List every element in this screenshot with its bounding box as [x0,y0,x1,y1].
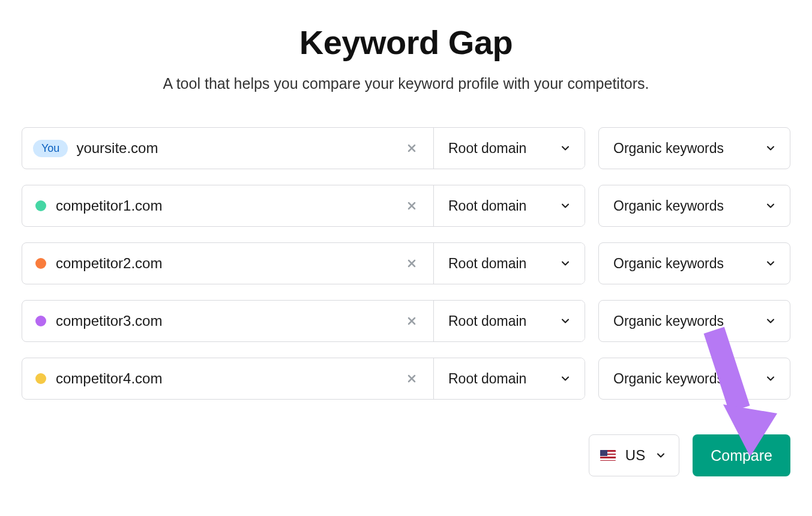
country-label: US [625,447,645,464]
scope-label: Root domain [448,140,526,157]
clear-button[interactable] [401,253,423,274]
keyword-type-select[interactable]: Organic keywords [598,185,790,227]
keyword-type-label: Organic keywords [613,256,724,272]
domain-group: Root domain [22,300,585,342]
domain-input-cell [22,301,433,341]
close-icon [406,200,418,212]
domain-group: Root domain [22,185,585,227]
close-icon [406,257,418,269]
scope-select[interactable]: Root domain [433,243,585,284]
domain-row: Root domainOrganic keywords [22,242,790,284]
chevron-down-icon [765,315,777,327]
domain-group: Root domain [22,242,585,284]
keyword-type-label: Organic keywords [613,198,724,214]
domain-input-cell [22,243,433,284]
domain-row: YouRoot domainOrganic keywords [22,127,790,169]
competitor-dot [35,373,46,384]
domain-row: Root domainOrganic keywords [22,185,790,227]
keyword-type-select[interactable]: Organic keywords [598,358,790,400]
page-subtitle: A tool that helps you compare your keywo… [22,75,790,92]
chevron-down-icon [765,142,777,154]
scope-select[interactable]: Root domain [433,358,585,399]
scope-select[interactable]: Root domain [433,301,585,341]
domain-input-cell: You [22,128,433,169]
page-title: Keyword Gap [22,23,790,62]
domain-row: Root domainOrganic keywords [22,300,790,342]
scope-label: Root domain [448,198,526,214]
us-flag-icon [600,450,616,461]
keyword-type-label: Organic keywords [613,313,724,329]
competitor-dot [35,258,46,269]
chevron-down-icon [559,142,571,154]
chevron-down-icon [559,315,571,327]
scope-label: Root domain [448,313,526,329]
clear-button[interactable] [401,368,423,389]
domain-input-cell [22,358,433,399]
domain-input-cell [22,185,433,226]
country-select[interactable]: US [589,434,679,476]
you-badge: You [33,140,68,157]
clear-button[interactable] [401,195,423,217]
scope-select[interactable]: Root domain [433,128,585,169]
scope-label: Root domain [448,371,526,387]
domain-group: YouRoot domain [22,127,585,169]
competitor-domain-input[interactable] [56,370,392,387]
compare-button[interactable]: Compare [693,434,790,476]
scope-select[interactable]: Root domain [433,185,585,226]
keyword-type-label: Organic keywords [613,371,724,387]
close-icon [406,315,418,327]
chevron-down-icon [559,373,571,385]
your-domain-input[interactable] [76,140,392,157]
clear-button[interactable] [401,310,423,332]
chevron-down-icon [765,200,777,212]
competitor-domain-input[interactable] [56,255,392,272]
close-icon [406,142,418,154]
chevron-down-icon [559,257,571,269]
domain-row: Root domainOrganic keywords [22,358,790,400]
chevron-down-icon [655,449,667,461]
keyword-type-label: Organic keywords [613,140,724,157]
keyword-type-select[interactable]: Organic keywords [598,127,790,169]
clear-button[interactable] [401,137,423,159]
chevron-down-icon [765,373,777,385]
competitor-dot [35,316,46,326]
competitor-dot [35,200,46,211]
competitor-domain-input[interactable] [56,197,392,214]
keyword-type-select[interactable]: Organic keywords [598,300,790,342]
competitor-domain-input[interactable] [56,313,392,329]
chevron-down-icon [765,257,777,269]
close-icon [406,373,418,385]
keyword-type-select[interactable]: Organic keywords [598,242,790,284]
scope-label: Root domain [448,256,526,272]
domain-group: Root domain [22,358,585,400]
chevron-down-icon [559,200,571,212]
